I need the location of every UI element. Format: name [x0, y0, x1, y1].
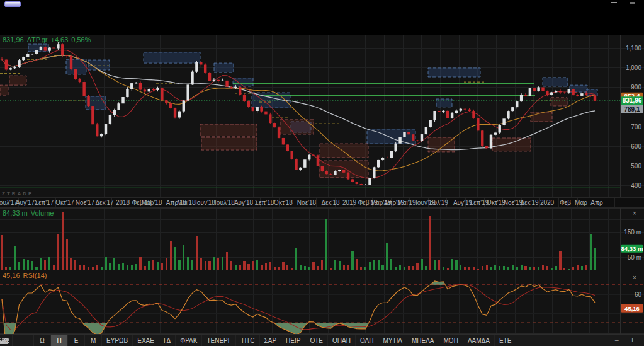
price-change: +4,63	[50, 36, 68, 43]
timeframe-Η[interactable]: Η	[51, 335, 68, 346]
ticker-ΠΕΙΡ[interactable]: ΠΕΙΡ	[281, 335, 305, 346]
ticker-ΦΡΛΚ[interactable]: ΦΡΛΚ	[176, 335, 202, 346]
rsi-axis-tag: 45,16	[621, 304, 643, 313]
svg-text:789,1: 789,1	[624, 106, 640, 113]
ticker-ΜΠΕΛΑ[interactable]: ΜΠΕΛΑ	[407, 335, 439, 346]
zoom-in-button[interactable]: +	[624, 336, 640, 345]
volume-chart[interactable]: 150 m50 m84,33 m	[0, 208, 644, 270]
rsi-close-button[interactable]: ×	[630, 274, 639, 282]
ticker-ΓΔ[interactable]: ΓΔ	[159, 335, 176, 346]
volume-legend: 84,33 mVolume	[3, 209, 57, 217]
ticker-ΣΑΡ[interactable]: ΣΑΡ	[260, 335, 282, 346]
timeframe-and-tickers: ΩΗΕΜΕΥΡΩΒΕΧΑΕΓΔΦΡΛΚΤΕΝΕΡΓΤΙΤCΣΑΡΠΕΙΡΟΤΕΟ…	[34, 335, 516, 346]
volume-tick: 150 m	[624, 229, 641, 236]
timeframe-Ε[interactable]: Ε	[68, 335, 85, 346]
ticker-ΟΤΕ[interactable]: ΟΤΕ	[305, 335, 328, 346]
toolbar-spacer	[516, 335, 586, 346]
bar-chart-icon	[0, 337, 8, 344]
ticker-ΜΟΗ[interactable]: ΜΟΗ	[439, 335, 463, 346]
price-legend: 831,96ΔTP.gr+4,630,56%	[3, 36, 94, 43]
ztrade-chart-app: 1,1001,000900800700600500400853,4789,183…	[0, 0, 644, 346]
app-logo-icon[interactable]	[4, 1, 21, 7]
timeframe-Ω[interactable]: Ω	[34, 335, 51, 346]
window-header	[0, 0, 644, 35]
draw-button[interactable]	[13, 335, 23, 346]
toolbar-left: i ΩΗΕΜΕΥΡΩΒΕΧΑΕΓΔΦΡΛΚΤΕΝΕΡΓΤΙΤCΣΑΡΠΕΙΡΟΤ…	[0, 335, 516, 346]
plus-icon: +	[630, 336, 635, 345]
price-change-pct: 0,56%	[71, 36, 91, 43]
symbol-name: ΔTP.gr	[27, 36, 48, 43]
bottom-toolbar: i ΩΗΕΜΕΥΡΩΒΕΧΑΕΓΔΦΡΛΚΤΕΝΕΡΓΤΙΤCΣΑΡΠΕΙΡΟΤ…	[0, 334, 644, 346]
volume-tick: 50 m	[628, 254, 641, 261]
volume-label: Volume	[31, 209, 54, 217]
price-tick: 400	[631, 182, 641, 189]
ztrade-watermark: ZTRADE	[2, 191, 33, 197]
ticker-ΛΑΜΔΑ[interactable]: ΛΑΜΔΑ	[463, 335, 495, 346]
zoom-out-button[interactable]: −	[609, 336, 624, 345]
price-axis-tag: 831,96	[621, 96, 643, 105]
window-control-minimize[interactable]	[611, 2, 617, 3]
last-price: 831,96	[3, 36, 24, 43]
rsi-legend: 45,16RSI(14)	[3, 272, 50, 279]
volume-value: 84,33 m	[3, 209, 28, 217]
price-tick: 900	[631, 84, 641, 91]
ticker-ΕΥΡΩΒ[interactable]: ΕΥΡΩΒ	[102, 335, 133, 346]
rsi-label: RSI(14)	[23, 272, 47, 279]
price-tick: 1,100	[626, 45, 641, 52]
price-tick: 1,000	[626, 64, 641, 71]
price-axis-tag: 789,1	[621, 105, 643, 113]
rsi-tick: 60	[635, 291, 642, 298]
svg-text:45,16: 45,16	[624, 305, 640, 312]
ticker-ΜΥΤΙΛ[interactable]: ΜΥΤΙΛ	[378, 335, 407, 346]
toolbar-right: − +	[586, 335, 644, 346]
price-tick: 700	[631, 124, 641, 130]
watchlist-button[interactable]	[23, 335, 34, 346]
price-tick: 500	[631, 163, 641, 170]
rsi-value: 45,16	[3, 272, 20, 279]
timeframe-Μ[interactable]: Μ	[85, 335, 102, 346]
svg-text:84,33 m: 84,33 m	[621, 245, 643, 252]
ticker-ΤΕΝΕΡΓ[interactable]: ΤΕΝΕΡΓ	[202, 335, 236, 346]
ticker-ΕΤΕ[interactable]: ΕΤΕ	[495, 335, 516, 346]
volume-close-button[interactable]: ×	[630, 210, 639, 217]
price-tick: 600	[631, 143, 641, 150]
window-control-menu[interactable]	[630, 2, 635, 4]
rsi-chart[interactable]: 6045,16	[0, 270, 644, 334]
volume-axis-tag: 84,33 m	[621, 245, 643, 253]
time-label: Απρ	[582, 199, 611, 206]
time-axis[interactable]: Ιουλ'17Αυγ'17Σεπ'17Οκτ'17Νοε'17Δεκ'17201…	[0, 197, 644, 208]
price-chart[interactable]: 1,1001,000900800700600500400853,4789,183…	[0, 35, 644, 197]
svg-text:831,96: 831,96	[623, 97, 642, 104]
ticker-ΟΠΑΠ[interactable]: ΟΠΑΠ	[328, 335, 356, 346]
ticker-ΟΛΠ[interactable]: ΟΛΠ	[356, 335, 379, 346]
ticker-ΤΙΤC[interactable]: ΤΙΤC	[236, 335, 259, 346]
ticker-ΕΧΑΕ[interactable]: ΕΧΑΕ	[133, 335, 159, 346]
minus-icon: −	[614, 336, 619, 345]
